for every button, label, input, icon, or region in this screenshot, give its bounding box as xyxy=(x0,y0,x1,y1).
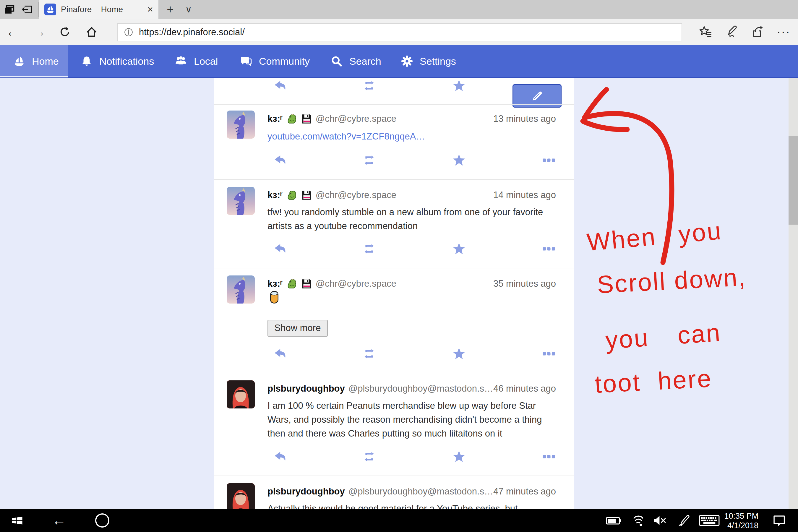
post-divider xyxy=(214,268,574,268)
display-name[interactable]: kз:ʳ xyxy=(267,279,283,289)
reply-icon[interactable] xyxy=(273,242,286,255)
more-options-icon[interactable] xyxy=(542,450,555,463)
cortana-button[interactable] xyxy=(94,509,111,532)
timestamp[interactable]: 13 minutes ago xyxy=(493,112,556,125)
user-handle[interactable]: @chr@cybre.space xyxy=(316,114,396,124)
taskbar-back-button[interactable]: ← xyxy=(51,509,68,532)
site-info-icon[interactable] xyxy=(124,27,134,37)
tab-preview-icon[interactable] xyxy=(4,4,15,15)
scrollbar-thumb[interactable] xyxy=(788,136,798,225)
windows-taskbar: ← 10:35 PM 4/1/2018 xyxy=(0,509,798,532)
user-handle[interactable]: @plsburydoughboy@mastodon.s… xyxy=(348,383,493,394)
action-center-icon[interactable] xyxy=(770,509,787,532)
boost-icon[interactable] xyxy=(363,450,376,463)
avatar[interactable] xyxy=(227,483,255,509)
reply-icon[interactable] xyxy=(273,347,286,360)
nav-tab-notifications[interactable]: Notifications xyxy=(80,45,154,77)
girl-avatar xyxy=(227,483,255,509)
display-name[interactable]: plsburydoughboy xyxy=(267,486,345,497)
drink-glass-emoji xyxy=(267,290,281,304)
nav-tab-local[interactable]: Local xyxy=(174,45,218,77)
post-divider xyxy=(214,373,574,373)
more-options-icon[interactable] xyxy=(542,242,555,255)
battery-icon[interactable] xyxy=(605,509,622,532)
nav-label: Notifications xyxy=(99,56,154,67)
display-name[interactable]: kз:ʳ xyxy=(267,114,283,124)
chat-bubbles-icon xyxy=(240,55,252,68)
post-header: plsburydoughboy @plsburydoughboy@mastodo… xyxy=(267,485,493,498)
nav-tab-community[interactable]: Community xyxy=(240,45,310,77)
user-handle[interactable]: @chr@cybre.space xyxy=(316,279,396,289)
timestamp[interactable]: 46 minutes ago xyxy=(493,382,556,395)
back-button[interactable]: ← xyxy=(2,19,23,44)
favorite-star-icon[interactable] xyxy=(453,450,466,463)
favorites-hub-icon[interactable] xyxy=(699,25,712,38)
windows-ink-icon[interactable] xyxy=(676,509,691,532)
dragon-emoji xyxy=(286,278,297,289)
nav-label: Settings xyxy=(420,56,456,67)
girl-avatar xyxy=(227,380,255,408)
home-icon[interactable] xyxy=(85,25,98,38)
clock-time: 10:35 PM xyxy=(724,511,758,521)
dragon-emoji xyxy=(286,113,297,125)
scrollbar-track[interactable] xyxy=(788,78,798,509)
taskbar-clock[interactable]: 10:35 PM 4/1/2018 xyxy=(724,511,758,530)
timestamp[interactable]: 35 minutes ago xyxy=(493,277,556,290)
nav-tab-home[interactable]: Home xyxy=(0,45,68,77)
avatar[interactable] xyxy=(227,187,255,215)
more-options-icon[interactable] xyxy=(542,347,555,360)
volume-muted-icon[interactable] xyxy=(652,509,668,532)
user-handle[interactable]: @plsburydoughboy@mastodon.s… xyxy=(348,486,493,497)
refresh-icon[interactable] xyxy=(58,25,72,38)
sailboat-icon xyxy=(45,5,55,14)
tab-close-icon[interactable]: × xyxy=(147,0,153,18)
display-name[interactable]: kз:ʳ xyxy=(267,190,283,201)
boost-icon[interactable] xyxy=(363,242,376,255)
show-more-button[interactable]: Show more xyxy=(267,320,328,337)
reply-icon[interactable] xyxy=(273,450,286,463)
circle-icon xyxy=(95,513,109,528)
bell-icon xyxy=(80,55,93,68)
active-tab[interactable]: Pinafore – Home × xyxy=(39,0,158,19)
web-note-icon[interactable] xyxy=(725,25,738,38)
post-link[interactable]: youtube.com/watch?v=1ZCF8ngqeA… xyxy=(267,130,425,143)
more-menu-icon[interactable]: ··· xyxy=(773,19,794,44)
address-bar[interactable]: https://dev.pinafore.social/ xyxy=(117,23,682,41)
touch-keyboard-icon[interactable] xyxy=(698,509,721,532)
boost-icon[interactable] xyxy=(363,79,376,92)
boost-icon[interactable] xyxy=(363,347,376,360)
favorite-star-icon[interactable] xyxy=(453,154,466,167)
avatar[interactable] xyxy=(227,111,255,139)
post-divider xyxy=(214,476,574,476)
timestamp[interactable]: 14 minutes ago xyxy=(493,189,556,202)
timeline: kз:ʳ @chr@cybre.space 13 minutes ago you… xyxy=(214,78,574,509)
nav-tab-search[interactable]: Search xyxy=(330,45,381,77)
favorite-star-icon[interactable] xyxy=(453,347,466,360)
new-tab-button[interactable]: + xyxy=(162,0,179,19)
forward-button[interactable]: → xyxy=(29,19,50,44)
more-options-icon[interactable] xyxy=(542,154,555,167)
post-header: kз:ʳ @chr@cybre.space xyxy=(267,277,396,290)
wifi-icon[interactable] xyxy=(630,509,646,532)
tab-list-chevron-icon[interactable]: ∨ xyxy=(180,0,197,19)
windows-start-button[interactable] xyxy=(10,509,24,532)
nav-tab-settings[interactable]: Settings xyxy=(401,45,456,77)
set-tabs-aside-icon[interactable] xyxy=(21,4,33,15)
boost-icon[interactable] xyxy=(363,154,376,167)
reply-icon[interactable] xyxy=(273,154,286,167)
pen-glyph xyxy=(678,514,690,527)
user-handle[interactable]: @chr@cybre.space xyxy=(316,190,396,201)
favorite-star-icon[interactable] xyxy=(453,79,466,92)
avatar[interactable] xyxy=(227,276,255,304)
share-icon[interactable] xyxy=(751,25,764,38)
avatar[interactable] xyxy=(227,380,255,408)
post-header: kз:ʳ @chr@cybre.space xyxy=(267,189,396,202)
display-name[interactable]: plsburydoughboy xyxy=(267,383,345,394)
url-text[interactable]: https://dev.pinafore.social/ xyxy=(139,27,245,38)
nav-label: Home xyxy=(32,56,59,67)
post-divider xyxy=(214,179,574,180)
notification-glyph xyxy=(772,514,785,527)
favorite-star-icon[interactable] xyxy=(453,242,466,255)
reply-icon[interactable] xyxy=(273,79,286,92)
timestamp[interactable]: 47 minutes ago xyxy=(493,485,556,498)
